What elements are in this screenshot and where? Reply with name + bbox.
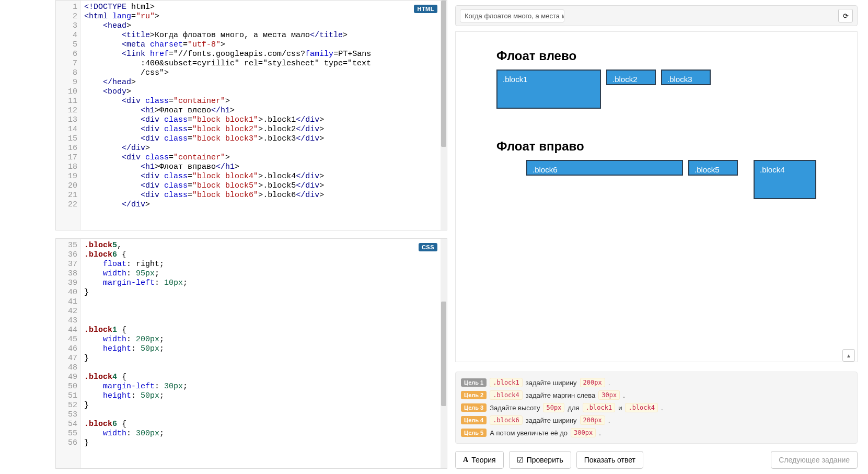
- goal-text: задайте маргин слева: [526, 391, 595, 399]
- scrollbar[interactable]: [441, 239, 447, 468]
- font-icon: A: [463, 456, 468, 464]
- code-line[interactable]: .block6 {: [84, 420, 444, 429]
- goal-row: Цель 5А потом увеличьте её до 300px.: [461, 426, 852, 439]
- code-line[interactable]: .block4 {: [84, 373, 444, 382]
- code-pill: 200px: [580, 415, 605, 425]
- goal-row: Цель 1.block1 задайте ширину 200px.: [461, 376, 852, 389]
- goal-text: Задайте высоту: [490, 404, 540, 412]
- code-line[interactable]: .block1 {: [84, 326, 444, 335]
- code-line[interactable]: .block6 {: [84, 250, 444, 260]
- code-line[interactable]: <div class="block block2">.block2</div>: [84, 125, 444, 134]
- goal-row: Цель 2.block4 задайте маргин слева 30px.: [461, 389, 852, 401]
- html-gutter: 12345678910111213141516171819202122: [56, 1, 81, 230]
- code-line[interactable]: width: 300px;: [84, 429, 444, 438]
- goal-text: задайте ширину: [526, 417, 577, 424]
- code-line[interactable]: float: right;: [84, 260, 444, 269]
- code-line[interactable]: }: [84, 288, 444, 297]
- code-pill: 200px: [580, 378, 605, 387]
- goal-text: .: [608, 379, 610, 387]
- code-line[interactable]: height: 50px;: [84, 391, 444, 401]
- code-line[interactable]: width: 95px;: [84, 269, 444, 279]
- next-label: Следующее задание: [779, 456, 850, 464]
- show-answer-label: Показать ответ: [584, 456, 635, 464]
- goal-text: для: [568, 404, 579, 412]
- preview-title: Когда флоатов много, а места мал: [460, 9, 564, 22]
- html-editor[interactable]: HTML 12345678910111213141516171819202122…: [55, 0, 447, 230]
- collapse-goals-button[interactable]: ▲: [842, 349, 855, 362]
- code-line[interactable]: <h1>Флоат вправо</h1>: [84, 163, 444, 172]
- preview-container: Флоат вправо.block4.block5.block6: [487, 133, 826, 213]
- code-line[interactable]: margin-left: 10px;: [84, 279, 444, 288]
- code-line[interactable]: <head>: [84, 21, 444, 31]
- code-line[interactable]: [84, 297, 444, 307]
- goal-text: задайте ширину: [526, 379, 577, 387]
- code-line[interactable]: <div class="block block1">.block1</div>: [84, 115, 444, 125]
- code-line[interactable]: }: [84, 401, 444, 410]
- check-button[interactable]: ☑ Проверить: [509, 451, 571, 469]
- code-line[interactable]: /css">: [84, 68, 444, 78]
- goal-badge: Цель 5: [461, 429, 487, 437]
- preview-toolbar: Когда флоатов много, а места мал ⟳: [455, 5, 858, 26]
- theory-button[interactable]: A Теория: [455, 451, 504, 469]
- code-line[interactable]: <h1>Флоат влево</h1>: [84, 106, 444, 115]
- css-editor[interactable]: CSS 353637383940414243444546474849505152…: [55, 238, 447, 469]
- goal-badge: Цель 1: [461, 378, 487, 387]
- code-pill: .block1: [583, 403, 616, 412]
- preview-heading: Флоат влево: [496, 49, 816, 63]
- code-line[interactable]: [84, 410, 444, 420]
- code-line[interactable]: <div class="block block6">.block6</div>: [84, 191, 444, 200]
- code-line[interactable]: <!DOCTYPE html>: [84, 3, 444, 12]
- preview-container: Флоат влево.block1.block2.block3: [487, 42, 826, 122]
- goal-row: Цель 4.block6 задайте ширину 200px.: [461, 414, 852, 426]
- code-line[interactable]: <div class="container">: [84, 97, 444, 106]
- code-pill: 30px: [598, 390, 620, 400]
- code-pill: .block6: [490, 415, 523, 425]
- show-answer-button[interactable]: Показать ответ: [576, 451, 643, 469]
- code-line[interactable]: .block5,: [84, 241, 444, 250]
- code-line[interactable]: [84, 307, 444, 316]
- code-pill: .block4: [490, 390, 523, 400]
- css-gutter: 3536373839404142434445464748495051525354…: [56, 239, 81, 468]
- goal-row: Цель 3Задайте высоту 50px для .block1 и …: [461, 401, 852, 414]
- goal-badge: Цель 4: [461, 416, 487, 424]
- preview-block: .block2: [606, 70, 656, 85]
- code-line[interactable]: </head>: [84, 78, 444, 87]
- chevron-up-icon: ▲: [846, 353, 851, 359]
- preview-block: .block6: [526, 160, 683, 176]
- code-line[interactable]: </div>: [84, 144, 444, 153]
- code-pill: 300px: [571, 428, 596, 437]
- code-line[interactable]: }: [84, 438, 444, 448]
- code-line[interactable]: <div class="block block3">.block3</div>: [84, 134, 444, 144]
- code-line[interactable]: [84, 316, 444, 326]
- code-pill: .block4: [625, 403, 658, 412]
- code-line[interactable]: <html lang="ru">: [84, 12, 444, 21]
- css-badge: CSS: [419, 243, 437, 251]
- code-line[interactable]: <body>: [84, 87, 444, 97]
- refresh-button[interactable]: ⟳: [838, 9, 853, 22]
- code-line[interactable]: <div class="container">: [84, 153, 444, 163]
- code-line[interactable]: <div class="block block5">.block5</div>: [84, 181, 444, 191]
- html-code[interactable]: <!DOCTYPE html><html lang="ru"> <head> <…: [81, 1, 447, 230]
- code-line[interactable]: :400&subset=cyrillic" rel="stylesheet" t…: [84, 59, 444, 68]
- code-line[interactable]: width: 200px;: [84, 335, 444, 344]
- preview-pane: Флоат влево.block1.block2.block3Флоат вп…: [455, 31, 858, 362]
- check-label: Проверить: [527, 456, 563, 464]
- code-line[interactable]: }: [84, 354, 444, 363]
- preview-block: .block1: [496, 70, 601, 109]
- code-line[interactable]: <title>Когда флоатов много, а места мало…: [84, 31, 444, 40]
- code-line[interactable]: <link href="//fonts.googleapis.com/css?f…: [84, 50, 444, 59]
- code-line[interactable]: [84, 363, 444, 373]
- preview-block: .block4: [754, 160, 816, 199]
- next-task-button[interactable]: Следующее задание: [771, 451, 858, 469]
- html-badge: HTML: [414, 5, 437, 13]
- code-line[interactable]: <div class="block block4">.block4</div>: [84, 172, 444, 181]
- code-line[interactable]: <meta charset="utf-8">: [84, 40, 444, 50]
- code-line[interactable]: margin-left: 30px;: [84, 382, 444, 391]
- scrollbar[interactable]: [441, 1, 447, 230]
- code-line[interactable]: </div>: [84, 200, 444, 210]
- code-line[interactable]: height: 50px;: [84, 344, 444, 354]
- css-code[interactable]: .block5,.block6 { float: right; width: 9…: [81, 239, 447, 468]
- theory-label: Теория: [471, 456, 496, 464]
- goal-text: .: [623, 391, 625, 399]
- preview-heading: Флоат вправо: [496, 139, 816, 154]
